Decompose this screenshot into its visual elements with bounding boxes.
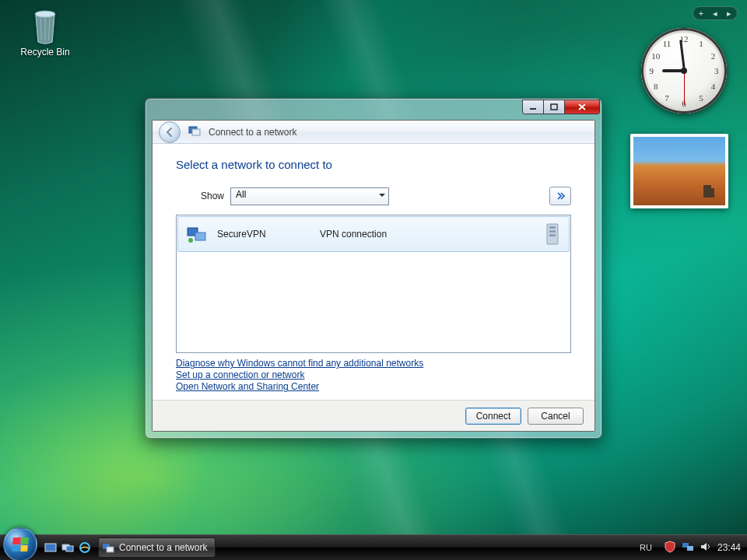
connect-button[interactable]: Connect <box>465 408 521 425</box>
server-icon <box>544 222 561 246</box>
setup-link[interactable]: Set up a connection or network <box>176 369 571 380</box>
svg-rect-7 <box>192 129 200 135</box>
maximize-button[interactable] <box>543 100 565 114</box>
language-indicator[interactable]: RU <box>640 543 652 552</box>
svg-rect-9 <box>195 233 205 240</box>
switch-windows-icon[interactable] <box>61 541 75 555</box>
window-body: Select a network to connect to Show All <box>153 144 594 400</box>
titlebar[interactable] <box>146 99 601 120</box>
cancel-button[interactable]: Cancel <box>528 408 584 425</box>
taskbar-active-task[interactable]: Connect to a network <box>98 537 216 558</box>
diagnose-link[interactable]: Diagnose why Windows cannot find any add… <box>176 358 571 369</box>
page-heading: Select a network to connect to <box>176 158 571 171</box>
toolbar: Connect to a network <box>153 121 594 144</box>
refresh-button[interactable] <box>549 187 571 205</box>
minute-hand <box>679 40 686 71</box>
show-filter-combo[interactable]: All <box>230 187 389 205</box>
desktop: Recycle Bin + ◂ ▸ 12 1 2 3 4 5 6 7 8 9 1… <box>0 0 747 560</box>
show-filter-label: Show <box>201 191 224 201</box>
sidebar-prev-icon[interactable]: ◂ <box>708 8 722 19</box>
sidebar-next-icon[interactable]: ▸ <box>722 8 736 19</box>
svg-rect-14 <box>549 234 556 236</box>
close-button[interactable] <box>564 100 600 114</box>
svg-rect-15 <box>45 544 56 551</box>
svg-point-10 <box>188 238 193 243</box>
sidebar-add-icon[interactable]: + <box>694 8 708 19</box>
window-client: Connect to a network Select a network to… <box>152 120 595 432</box>
network-tray-icon[interactable] <box>682 541 694 555</box>
quick-launch <box>44 541 92 555</box>
windows-logo-icon <box>12 537 29 551</box>
connect-network-window: Connect to a network Select a network to… <box>145 98 602 439</box>
back-button[interactable] <box>159 121 181 143</box>
recycle-bin[interactable]: Recycle Bin <box>16 8 75 58</box>
svg-rect-13 <box>549 230 556 233</box>
window-footer: Connect Cancel <box>153 400 594 431</box>
system-tray: RU 23:44 <box>633 541 747 555</box>
recycle-bin-icon <box>30 8 61 45</box>
task-label: Connect to a network <box>119 542 207 553</box>
svg-rect-5 <box>551 104 557 110</box>
security-icon[interactable] <box>664 541 676 555</box>
ie-icon[interactable] <box>78 541 92 555</box>
window-title: Connect to a network <box>209 127 296 138</box>
svg-rect-17 <box>66 546 73 551</box>
sidebar-controls[interactable]: + ◂ ▸ <box>693 6 738 20</box>
slideshow-gadget[interactable] <box>630 134 728 208</box>
start-button[interactable] <box>3 527 37 560</box>
network-item[interactable]: SecureVPN VPN connection <box>177 216 570 252</box>
network-type: VPN connection <box>320 229 387 240</box>
network-icon <box>186 223 208 245</box>
taskbar: Connect to a network RU 23:44 <box>0 534 747 560</box>
sharing-center-link[interactable]: Open Network and Sharing Center <box>176 381 571 392</box>
svg-rect-4 <box>530 108 536 110</box>
task-icon <box>102 541 114 554</box>
tray-clock[interactable]: 23:44 <box>717 542 741 553</box>
minimize-button[interactable] <box>522 100 544 114</box>
clock-gadget[interactable]: 12 1 2 3 4 5 6 7 8 9 10 11 <box>641 28 727 114</box>
app-icon <box>188 124 201 139</box>
help-links: Diagnose why Windows cannot find any add… <box>176 358 571 392</box>
network-name: SecureVPN <box>217 229 310 240</box>
volume-icon[interactable] <box>700 541 712 555</box>
svg-rect-12 <box>549 226 556 229</box>
clock-face: 12 1 2 3 4 5 6 7 8 9 10 11 <box>641 28 727 114</box>
network-list[interactable]: SecureVPN VPN connection <box>176 215 571 353</box>
svg-rect-22 <box>687 546 693 551</box>
show-desktop-icon[interactable] <box>44 541 58 555</box>
second-hand <box>684 71 685 105</box>
svg-rect-20 <box>107 547 114 552</box>
recycle-bin-label: Recycle Bin <box>16 47 75 58</box>
